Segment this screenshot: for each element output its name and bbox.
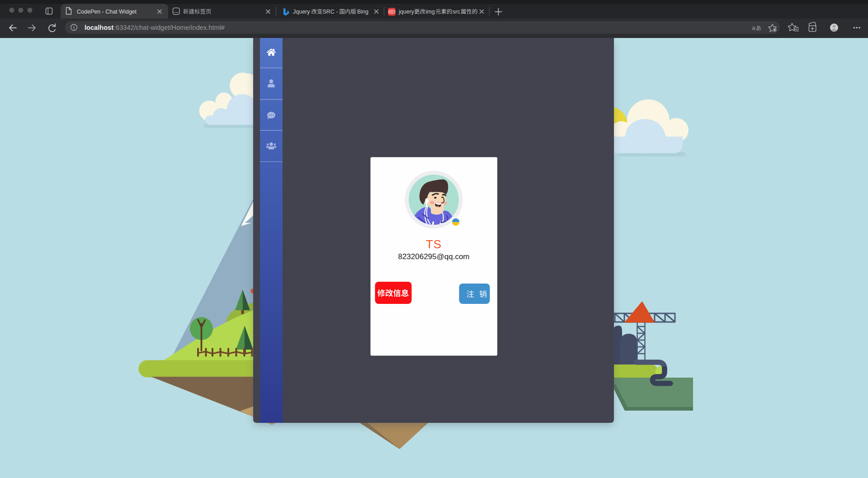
- svg-text:823206295@qq.com: 823206295@qq.com: [398, 252, 469, 261]
- svg-text::63342/chat-widget/Home/index.: :63342/chat-widget/Home/index.html#: [114, 24, 225, 31]
- svg-text:img: img: [426, 9, 435, 15]
- svg-text:Bing: Bing: [357, 9, 368, 15]
- svg-text:CodePen - Chat Widget: CodePen - Chat Widget: [77, 9, 137, 15]
- svg-text:Jquery: Jquery: [293, 9, 310, 15]
- svg-text:localhost: localhost: [85, 24, 113, 31]
- svg-text:a: a: [752, 25, 755, 31]
- svg-text:src: src: [453, 9, 460, 15]
- svg-text:TS: TS: [426, 237, 442, 251]
- svg-text:jquery: jquery: [398, 9, 415, 15]
- svg-text:SRC -: SRC -: [323, 9, 338, 15]
